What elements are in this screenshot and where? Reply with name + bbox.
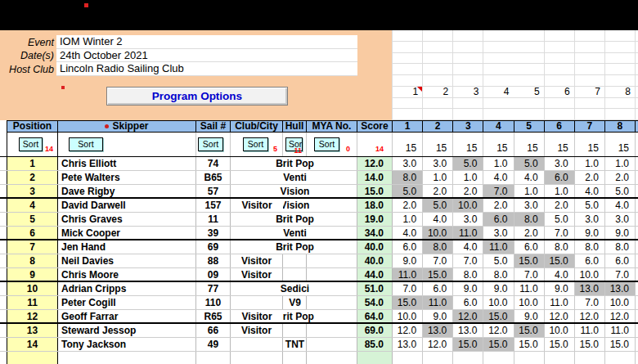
- clubhull-cell: TNT: [231, 338, 307, 351]
- race-header: 2: [423, 120, 453, 133]
- race-score-cell: 1.0: [393, 213, 423, 226]
- race-number-cell: 8: [605, 86, 636, 97]
- race-score-cell: 15.0: [545, 254, 575, 267]
- score-cell: 19.0: [357, 213, 393, 226]
- race-score-cell: [545, 352, 575, 364]
- mya-cell: [307, 227, 357, 239]
- race-score-cell: 6.0: [423, 282, 453, 295]
- race-score-cell: 8.0: [514, 213, 545, 226]
- score-cell: 51.0: [357, 282, 393, 295]
- race-score-cell: 12.0: [393, 324, 423, 337]
- club-cell: [231, 338, 283, 351]
- race-score-cell: 9.0: [483, 282, 514, 295]
- sort-club-button[interactable]: Sort: [243, 137, 268, 151]
- race-score-cell: 2.0: [483, 199, 514, 212]
- race-number-cell: 1: [393, 86, 423, 97]
- race-score-cell: 10.0: [514, 296, 545, 309]
- race-score-cell: 4.0: [514, 171, 545, 184]
- race-score-cell: 2.0: [605, 171, 636, 184]
- clubhull-cell: [231, 352, 307, 364]
- race-entry-count: 15: [453, 133, 483, 156]
- race-number-cell: 5: [514, 86, 545, 97]
- position-cell: 9: [7, 268, 58, 281]
- race-score-cell: 10.0: [575, 268, 605, 281]
- mya-cell: [307, 324, 357, 337]
- race-score-cell: 7.0: [514, 268, 545, 281]
- race-score-cell: 3.0: [605, 213, 636, 226]
- skipper-header-label: Skipper: [112, 121, 148, 132]
- race-score-cell: 6.0: [453, 296, 483, 309]
- row-margin: [0, 282, 7, 295]
- race-score-cell: 8.0: [453, 268, 483, 281]
- skipper-header: Skipper: [58, 120, 196, 133]
- host-club-field[interactable]: Lincoln Radio Sailing Club: [56, 62, 357, 76]
- hull-column-gridline: [306, 268, 307, 281]
- race-score-cell: [453, 352, 483, 364]
- hull-sort-cell: Sort 11: [283, 133, 307, 156]
- race-score-cell: 8.0: [483, 268, 514, 281]
- race-score-cell: 3.0: [545, 157, 575, 170]
- hull-text: V9: [289, 296, 301, 309]
- race-cells: 9.07.07.05.015.015.06.06.0: [393, 254, 636, 267]
- table-row: 4 David Darwell 157 Vision Visitor 18.0 …: [0, 199, 638, 213]
- race-header: 3: [453, 120, 483, 133]
- race-score-cell: 2.0: [423, 185, 453, 197]
- race-number-cell: 6: [545, 86, 575, 97]
- skipper-cell: [58, 352, 196, 364]
- race-score-cell: 7.0: [453, 254, 483, 267]
- sort-sail-button[interactable]: Sort: [198, 137, 223, 151]
- score-cell: 40.0: [357, 240, 393, 254]
- race-cells: 7.06.09.09.011.09.013.013.0: [393, 282, 636, 295]
- sort-skipper-button[interactable]: Sort: [69, 137, 103, 151]
- score-cell: 54.0: [357, 296, 393, 309]
- race-entry-count: 15: [483, 133, 514, 156]
- position-cell: 14: [7, 338, 58, 351]
- race-score-cell: 11.0: [393, 268, 423, 281]
- race-score-cell: 1.0: [605, 157, 636, 170]
- club-cell: [231, 240, 283, 254]
- race-score-cell: 4.0: [423, 213, 453, 226]
- hull-entry-count: 11: [294, 146, 302, 155]
- date-label: Date(s): [0, 49, 54, 62]
- race-score-cell: 15.0: [453, 338, 483, 351]
- race-score-cell: 1.0: [483, 157, 514, 170]
- event-field[interactable]: IOM Winter 2: [56, 35, 357, 49]
- club-cell: [231, 185, 283, 197]
- hull-column-gridline: [306, 324, 307, 337]
- date-field[interactable]: 24th October 2021: [56, 49, 357, 63]
- race-score-cell: 3.0: [514, 199, 545, 212]
- row-margin: [0, 254, 7, 267]
- clubhull-cell: Visitor: [231, 268, 307, 281]
- event-info-fields: IOM Winter 2 24th October 2021 Lincoln R…: [56, 35, 357, 76]
- position-cell: 5: [7, 213, 58, 226]
- table-row: 14 Tony Jackson 49 TNT 85.0 13.012.015.0…: [0, 338, 638, 352]
- hull-text: Venti: [283, 227, 307, 240]
- race-score-cell: 4.0: [393, 227, 423, 239]
- race-score-cell: 8.0: [393, 171, 423, 184]
- race-score-cell: 11.0: [423, 296, 453, 309]
- race-score-cell: 5.0: [483, 254, 514, 267]
- club-cell: [231, 157, 283, 170]
- score-cell: 14.0: [357, 171, 393, 184]
- mya-cell: [307, 240, 357, 254]
- club-cell: Visitor: [231, 310, 283, 322]
- club-cell: [231, 213, 283, 226]
- hull-text: TNT: [285, 338, 304, 351]
- race-score-cell: 13.0: [453, 324, 483, 337]
- skipper-cell: Mick Cooper: [58, 227, 196, 239]
- sort-mya-button[interactable]: Sort: [314, 137, 339, 151]
- table-header-row: Position Skipper Sail # Club/City Hull M…: [0, 120, 638, 133]
- program-options-button[interactable]: Program Options: [106, 87, 288, 106]
- score-cell: 85.0: [357, 338, 393, 351]
- hull-column-gridline: [306, 254, 307, 267]
- position-cell: 2: [7, 171, 58, 184]
- skipper-cell: Chris Moore: [58, 268, 196, 281]
- skipper-cell: Peter Cogill: [58, 296, 196, 309]
- score-entry-count: 14: [375, 145, 384, 153]
- race-number-row: 1 2 3 4 5 6 7 8: [393, 86, 636, 97]
- skipper-cell: Tony Jackson: [58, 338, 196, 351]
- sort-position-button[interactable]: Sort: [19, 137, 43, 151]
- clubhull-cell: Brit Pop: [231, 157, 307, 170]
- clubhull-cell: Visitor: [231, 254, 307, 267]
- position-cell: [7, 352, 58, 364]
